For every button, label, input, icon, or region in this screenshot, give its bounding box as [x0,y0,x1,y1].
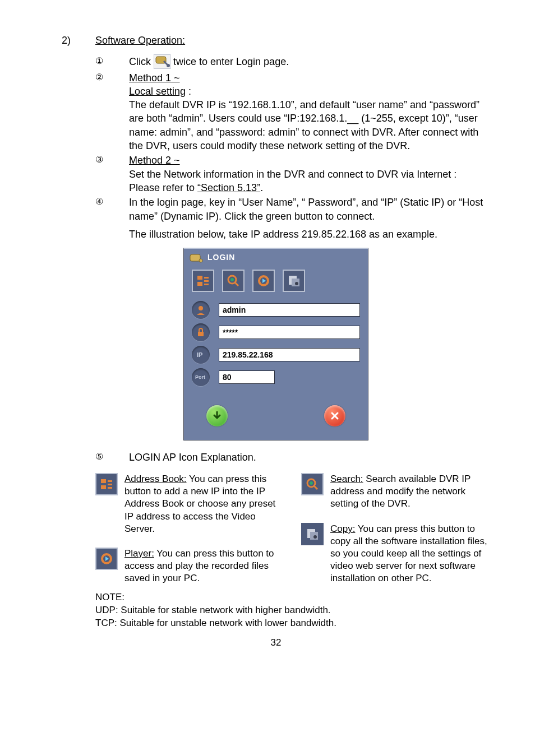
method1-body: The default DVR IP is “192.168.1.10”, an… [129,99,479,151]
connect-button[interactable] [206,405,228,426]
app-icon [154,54,170,69]
illustration-note: The illustration below, take IP address … [129,229,437,240]
step4-body: In the login page, key in “User Name”, “… [129,197,483,221]
player-text: Player: You can press this button to acc… [124,548,284,585]
step-1-body: Click twice to enter Login page. [129,55,490,69]
svg-text:Port: Port [195,374,205,380]
page-number: 32 [62,637,490,650]
svg-rect-8 [204,280,209,282]
svg-rect-26 [108,484,112,485]
player-icon [95,548,118,570]
method1-colon: : [186,86,191,97]
copy-text: Copy: You can press this button to copy … [330,523,490,585]
method2-line1: Set the Network information in the DVR a… [129,169,456,180]
svg-rect-20 [198,332,204,336]
svg-text:IP: IP [197,351,202,358]
copy-button[interactable] [283,270,305,292]
copy-title: Copy: [330,523,355,534]
login-title: LOGIN [207,252,235,263]
svg-rect-5 [197,276,202,280]
addressbook-icon [95,473,118,495]
copy-icon [301,523,324,545]
svg-point-36 [313,535,317,539]
ip-input[interactable] [219,348,360,361]
step5-body: LOGIN AP Icon Explanation. [129,452,256,463]
svg-rect-7 [204,277,209,279]
note-udp: UDP: Suitable for stable network with hi… [95,604,490,617]
section-number: 2) [62,34,95,47]
svg-line-11 [235,282,238,286]
svg-point-19 [199,306,203,310]
svg-point-4 [199,259,202,262]
svg-point-18 [295,282,298,285]
step-marker-4: ④ [95,196,129,223]
method1-title: Method 1 ~ [129,72,180,84]
svg-point-2 [167,64,170,67]
user-icon [192,301,210,319]
svg-rect-6 [197,282,202,286]
login-dialog: LOGIN [183,248,368,440]
login-title-icon [190,253,203,263]
step-marker-5: ⑤ [95,451,129,464]
addressbook-button[interactable] [192,270,214,292]
cancel-button[interactable] [324,405,345,426]
svg-rect-25 [108,480,112,482]
svg-rect-24 [101,485,106,489]
note-tcp: TCP: Suitable for unstable network with … [95,617,490,630]
lock-icon [192,323,210,341]
svg-rect-23 [101,479,106,483]
password-input[interactable] [219,326,360,339]
addressbook-title: Address Book: [124,474,187,484]
method2-line2-prefix: Please refer to [129,182,197,193]
svg-rect-9 [204,284,209,285]
search-title: Search: [330,474,363,484]
search-button[interactable] [222,270,245,292]
step-marker-2: ② [95,71,129,153]
svg-point-12 [230,278,234,281]
method1-subtitle: Local setting [129,86,186,97]
section-title: Software Operation: [95,34,185,47]
search-icon [301,473,324,495]
method2-title: Method 2 ~ [129,155,180,166]
port-icon: Port [192,368,210,386]
username-input[interactable] [219,303,360,317]
ip-icon: IP [192,346,210,364]
step1-prefix: Click [129,56,154,67]
player-button[interactable] [252,270,275,292]
svg-rect-27 [108,487,112,489]
svg-line-32 [314,486,317,489]
svg-rect-3 [190,254,200,261]
step-marker-1: ① [95,55,129,69]
port-input[interactable] [219,370,275,384]
player-title: Player: [124,548,154,559]
addressbook-text: Address Book: You can press this button … [124,473,284,535]
method2-line2-suffix: . [260,182,263,193]
search-text: Search: Search available DVR IP address … [330,473,490,510]
step-marker-3: ③ [95,154,129,194]
svg-point-33 [310,481,313,485]
section-513-link[interactable]: “Section 5.13” [197,182,260,193]
step1-suffix: twice to enter Login page. [173,56,289,67]
